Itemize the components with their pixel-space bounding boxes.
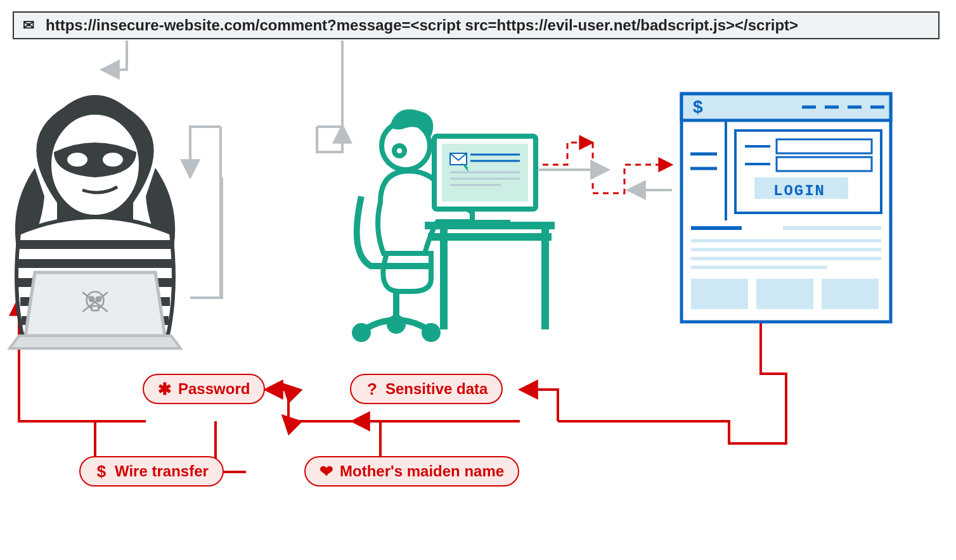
bank-window: $	[681, 94, 891, 322]
desk	[425, 226, 555, 329]
dollar-icon: $	[693, 97, 703, 117]
login-label[interactable]: LOGIN	[753, 182, 846, 201]
mail-icon: ✉	[23, 17, 34, 34]
pill-maiden: ❤ Mother's maiden name	[304, 456, 519, 487]
pill-wire: $ Wire transfer	[79, 456, 224, 487]
svg-rect-11	[92, 306, 99, 310]
svg-point-2	[103, 153, 123, 167]
pill-label: Password	[178, 380, 250, 398]
svg-point-15	[394, 146, 404, 156]
svg-rect-41	[777, 139, 872, 153]
heart-icon: ❤	[320, 463, 333, 480]
svg-point-18	[390, 318, 403, 331]
victim-monitor	[434, 136, 536, 223]
dollar-icon: $	[94, 463, 108, 480]
flow-victim-to-site	[533, 143, 672, 193]
attacker-illustration	[10, 95, 181, 348]
skull-icon	[82, 292, 108, 312]
attacker-laptop	[10, 272, 181, 348]
victim-illustration	[355, 109, 555, 339]
pill-password: ✱ Password	[143, 374, 265, 404]
url-text: https://insecure-website.com/comment?mes…	[46, 16, 798, 34]
svg-rect-52	[756, 279, 813, 309]
pill-label: Sensitive data	[385, 380, 488, 398]
asterisk-icon: ✱	[158, 381, 172, 397]
pill-label: Wire transfer	[115, 462, 209, 480]
question-icon: ?	[365, 381, 379, 397]
svg-rect-42	[777, 157, 872, 171]
svg-rect-53	[822, 279, 879, 309]
svg-point-1	[67, 153, 87, 167]
svg-point-19	[425, 326, 437, 339]
svg-rect-51	[691, 279, 748, 309]
url-bar: ✉ https://insecure-website.com/comment?m…	[13, 11, 940, 39]
svg-point-17	[355, 326, 368, 339]
pill-label: Mother's maiden name	[340, 462, 504, 480]
pill-sensitive: ? Sensitive data	[350, 374, 503, 404]
